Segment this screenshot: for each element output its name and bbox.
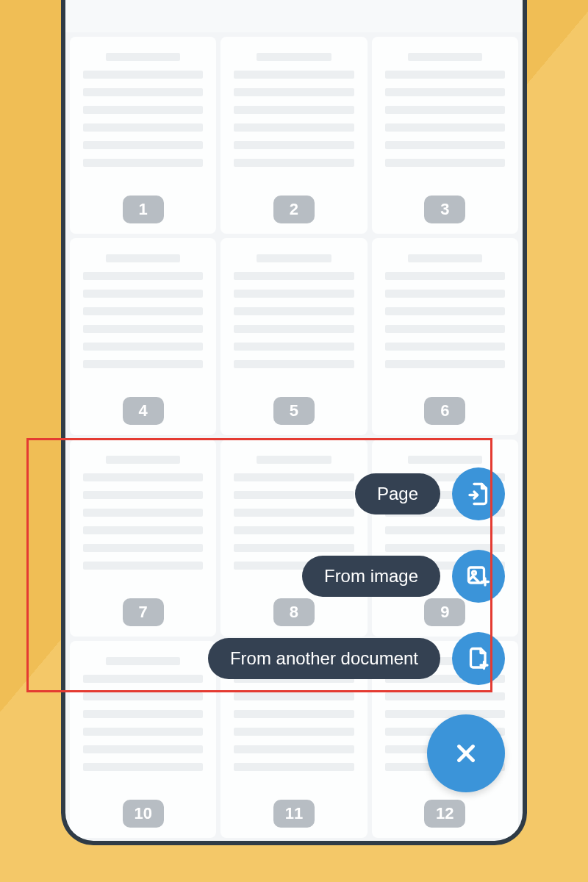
add-page-from-document-action[interactable]: From another document: [208, 632, 505, 685]
page-number-badge: 1: [123, 196, 164, 223]
thumb-lines: [234, 254, 354, 368]
close-icon: [452, 739, 480, 767]
page-number-badge: 4: [123, 397, 164, 425]
device-frame: 1 2 3 4 5: [61, 0, 527, 845]
thumb-lines: [83, 254, 203, 368]
thumb-lines: [385, 254, 505, 368]
add-page-from-image-action[interactable]: From image: [302, 550, 505, 603]
page-number-badge: 3: [424, 196, 465, 223]
page-thumb[interactable]: 3: [372, 37, 518, 234]
action-label: Page: [355, 473, 440, 514]
page-number-badge: 12: [424, 800, 465, 828]
page-thumb[interactable]: 2: [220, 37, 367, 234]
action-label: From another document: [208, 638, 440, 679]
thumb-lines: [83, 657, 203, 771]
page-number-badge: 11: [273, 800, 315, 828]
page-number-badge: 10: [123, 800, 164, 828]
thumb-lines: [234, 53, 354, 167]
page-number-badge: 7: [123, 598, 164, 626]
page-number-badge: 2: [273, 196, 315, 223]
page-thumb[interactable]: 10: [70, 641, 216, 838]
page-thumb[interactable]: 5: [220, 238, 367, 435]
page-thumb[interactable]: 7: [70, 440, 216, 637]
image-plus-icon[interactable]: [452, 550, 505, 603]
close-add-menu-button[interactable]: [427, 714, 505, 792]
page-thumb[interactable]: 4: [70, 238, 216, 435]
thumb-lines: [385, 53, 505, 167]
page-thumb[interactable]: 1: [70, 37, 216, 234]
svg-point-1: [473, 571, 476, 575]
add-page-menu: Page From image: [208, 467, 505, 792]
page-thumb[interactable]: 6: [372, 238, 518, 435]
page-number-badge: 6: [424, 397, 465, 425]
status-bar: [65, 0, 523, 32]
page-arrow-icon[interactable]: [452, 467, 505, 520]
thumb-lines: [83, 53, 203, 167]
file-plus-icon[interactable]: [452, 632, 505, 685]
page-number-badge: 5: [273, 397, 315, 425]
action-label: From image: [302, 556, 440, 597]
thumb-lines: [83, 456, 203, 570]
add-blank-page-action[interactable]: Page: [355, 467, 505, 520]
